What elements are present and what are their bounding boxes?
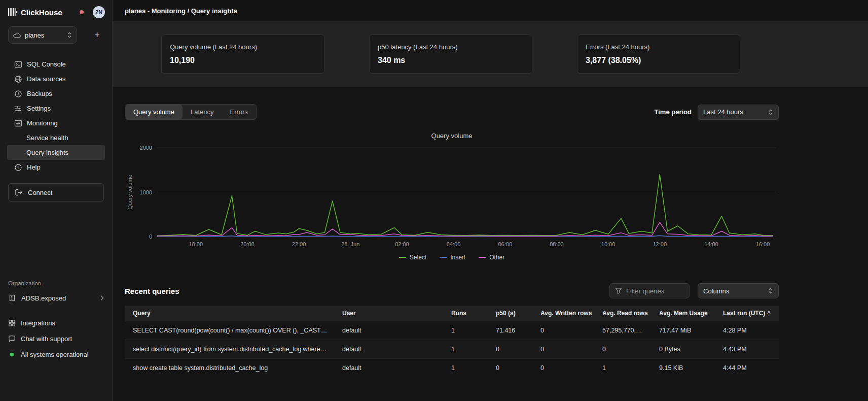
funnel-icon <box>615 287 622 294</box>
sidebar-item-settings[interactable]: Settings <box>7 101 105 116</box>
chart-tabs: Query volume Latency Errors <box>125 104 257 120</box>
pulse-chart-icon <box>14 119 22 127</box>
chevron-up-down-icon <box>768 109 773 116</box>
col-header-user[interactable]: User <box>335 306 444 321</box>
filter-queries-box <box>609 283 690 298</box>
legend-item-other[interactable]: Other <box>479 254 504 261</box>
legend-item-insert[interactable]: Insert <box>440 254 465 261</box>
footer-item-label: Chat with support <box>21 335 72 343</box>
col-header-last-run-label: Last run (UTC) <box>723 310 765 317</box>
sidebar-item-chat-support[interactable]: Chat with support <box>8 332 104 346</box>
col-header-avg-written[interactable]: Avg. Written rows <box>533 306 595 321</box>
chevron-up-down-icon <box>67 31 72 39</box>
sidebar-item-backups[interactable]: Backups <box>7 86 105 101</box>
col-header-query[interactable]: Query <box>125 306 335 321</box>
filter-queries-input[interactable] <box>626 287 684 295</box>
breadcrumb: planes - Monitoring / Query insights <box>125 7 237 15</box>
sliders-icon <box>14 105 22 113</box>
cell-query[interactable]: SELECT CAST(round(pow(count() / max(coun… <box>125 321 335 340</box>
table-row[interactable]: show create table system.distributed_cac… <box>125 359 779 378</box>
service-name: planes <box>25 31 63 39</box>
stat-label: Query volume (Last 24 hours) <box>170 43 316 51</box>
top-bar: planes - Monitoring / Query insights <box>113 0 868 21</box>
connect-label: Connect <box>28 189 52 196</box>
sidebar-item-monitoring[interactable]: Monitoring <box>7 116 105 130</box>
sort-asc-icon: ^ <box>767 310 770 316</box>
sidebar-item-sql-console[interactable]: SQL Console <box>7 57 105 72</box>
avatar[interactable]: ZN <box>93 6 105 18</box>
table-row[interactable]: select distrinct(query_id) from system.d… <box>125 340 779 359</box>
cell-avg-mem: 0 Bytes <box>652 340 716 359</box>
table-header-row: Query User Runs p50 (s) Avg. Written row… <box>125 306 779 321</box>
notification-dot <box>80 10 84 14</box>
building-icon <box>8 294 16 302</box>
cell-p50: 71.416 <box>489 321 533 340</box>
recent-queries-controls: Columns <box>609 283 779 298</box>
sidebar: ClickHouse ZN planes + SQL Console <box>0 0 113 401</box>
cell-query[interactable]: show create table system.distributed_cac… <box>125 359 335 378</box>
cell-last-run: 4:43 PM <box>716 340 779 359</box>
add-service-button[interactable]: + <box>90 28 104 42</box>
organization-item[interactable]: ADSB.exposed <box>0 291 112 305</box>
clickhouse-logo-icon <box>8 8 17 16</box>
col-header-last-run[interactable]: Last run (UTC)^ <box>716 306 779 321</box>
svg-text:10:00: 10:00 <box>601 241 616 247</box>
sidebar-item-integrations[interactable]: Integrations <box>8 316 104 330</box>
sidebar-item-help[interactable]: ? Help <box>7 160 105 175</box>
time-period-label: Time period <box>655 108 692 116</box>
col-header-p50[interactable]: p50 (s) <box>489 306 533 321</box>
chevron-up-down-icon <box>768 287 773 294</box>
svg-text:22:00: 22:00 <box>292 241 306 247</box>
table-row[interactable]: SELECT CAST(round(pow(count() / max(coun… <box>125 321 779 340</box>
cell-runs: 1 <box>444 359 489 378</box>
svg-text:12:00: 12:00 <box>653 241 667 247</box>
tab-query-volume[interactable]: Query volume <box>125 105 183 119</box>
recent-queries-title: Recent queries <box>125 287 179 295</box>
sidebar-item-query-insights[interactable]: Query insights <box>7 145 105 160</box>
svg-text:2000: 2000 <box>140 145 152 151</box>
time-period-select[interactable]: Last 24 hours <box>698 105 779 120</box>
sidebar-item-data-sources[interactable]: Data sources <box>7 72 105 86</box>
cell-avg-written: 0 <box>533 340 595 359</box>
system-status-item[interactable]: All systems operational <box>8 348 104 361</box>
connect-icon <box>15 188 23 196</box>
sidebar-item-service-health[interactable]: Service health <box>7 130 105 145</box>
tab-errors[interactable]: Errors <box>222 105 256 119</box>
stat-label: p50 latency (Last 24 hours) <box>378 43 524 51</box>
svg-text:?: ? <box>17 165 20 170</box>
svg-text:0: 0 <box>149 233 152 240</box>
time-period-value: Last 24 hours <box>703 108 743 116</box>
service-selector-row: planes + <box>0 23 112 47</box>
globe-icon <box>14 75 22 83</box>
svg-text:06:00: 06:00 <box>498 241 512 247</box>
col-header-avg-mem[interactable]: Avg. Mem Usage <box>652 306 716 321</box>
connect-button[interactable]: Connect <box>8 183 104 202</box>
stat-value: 340 ms <box>378 56 524 65</box>
cell-user: default <box>335 359 444 378</box>
cell-avg-mem: 717.47 MiB <box>652 321 716 340</box>
legend-mark-other <box>479 257 486 258</box>
cell-avg-written: 0 <box>533 359 595 378</box>
columns-select[interactable]: Columns <box>698 283 779 298</box>
svg-text:28. Jun: 28. Jun <box>341 241 359 247</box>
tab-latency[interactable]: Latency <box>183 105 222 119</box>
chart-title: Query volume <box>125 132 779 140</box>
cell-user: default <box>335 321 444 340</box>
recent-queries-header: Recent queries Columns <box>125 283 779 298</box>
chart-toolbar: Query volume Latency Errors Time period … <box>125 104 779 120</box>
legend-item-select[interactable]: Select <box>399 254 426 261</box>
col-header-runs[interactable]: Runs <box>444 306 489 321</box>
cell-runs: 1 <box>444 340 489 359</box>
organization-name: ADSB.exposed <box>21 294 66 302</box>
query-volume-chart[interactable]: 01000200018:0020:0022:0028. Jun02:0004:0… <box>125 142 779 251</box>
sidebar-nav: SQL Console Data sources Backups Setting… <box>0 57 112 175</box>
sidebar-item-label: Service health <box>26 134 68 142</box>
cell-last-run: 4:28 PM <box>716 321 779 340</box>
stat-value: 10,190 <box>170 56 316 65</box>
cell-avg-read: 57,295,770,069 <box>595 321 652 340</box>
cell-query[interactable]: select distrinct(query_id) from system.d… <box>125 340 335 359</box>
col-header-avg-read[interactable]: Avg. Read rows <box>595 306 652 321</box>
service-selector[interactable]: planes <box>8 26 77 44</box>
cell-p50: 0 <box>489 340 533 359</box>
footer-item-label: Integrations <box>21 319 55 327</box>
